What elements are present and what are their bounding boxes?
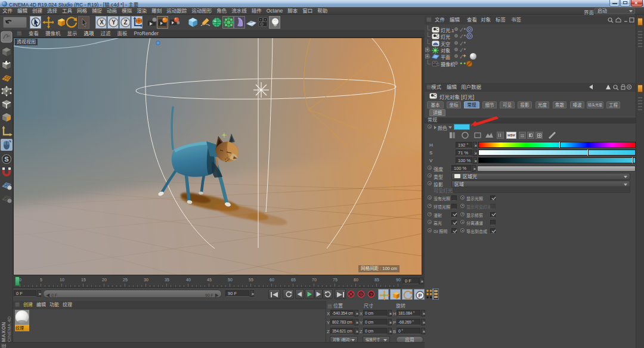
svg-text:P: P xyxy=(418,293,422,299)
svg-text:Y: Y xyxy=(112,19,116,26)
svg-text:X: X xyxy=(100,19,104,26)
svg-text:S: S xyxy=(4,156,8,163)
svg-text:Z: Z xyxy=(123,19,127,26)
svg-text:?: ? xyxy=(370,292,373,297)
